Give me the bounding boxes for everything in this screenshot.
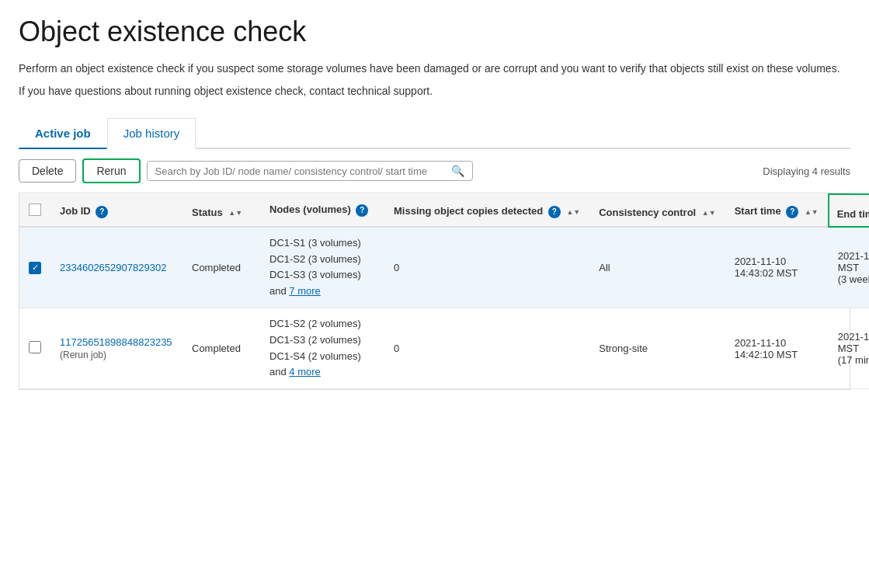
row2-checkbox-cell[interactable]: [19, 308, 50, 388]
col-header-job-id: Job ID ?: [50, 194, 182, 227]
delete-button[interactable]: Delete: [19, 159, 76, 183]
tabs-container: Active job Job history: [19, 118, 850, 149]
start-time-help-icon[interactable]: ?: [786, 206, 798, 218]
row1-checkbox[interactable]: ✓: [29, 262, 41, 274]
row2-start-time: 2021-11-10 14:42:10 MST: [725, 308, 829, 388]
row2-consistency: Strong-site: [589, 308, 725, 388]
tab-active-job[interactable]: Active job: [19, 118, 107, 149]
row1-job-id: 2334602652907829302: [50, 227, 182, 308]
row2-job-id: 11725651898848823235 (Rerun job): [50, 308, 182, 388]
row2-more-link[interactable]: 4 more: [289, 366, 320, 378]
row2-nodes: DC1-S2 (2 volumes)DC1-S3 (2 volumes)DC1-…: [260, 308, 384, 388]
row2-rerun-label: (Rerun job): [60, 350, 173, 360]
missing-sort-icon[interactable]: ▲▼: [566, 208, 580, 216]
table-header-row: Job ID ? Status ▲▼ Nodes (volumes) ? Mis…: [19, 194, 869, 227]
col-header-nodes: Nodes (volumes) ?: [260, 194, 384, 227]
jobs-table: Job ID ? Status ▲▼ Nodes (volumes) ? Mis…: [19, 193, 869, 389]
row2-checkbox[interactable]: [29, 341, 41, 353]
missing-help-icon[interactable]: ?: [548, 206, 561, 218]
row2-status: Completed: [182, 308, 260, 388]
row1-end-time: 2021-11-10 14:43:06 MST (3 weeks ago): [829, 227, 869, 308]
search-icon: 🔍: [451, 165, 464, 177]
nodes-help-icon[interactable]: ?: [356, 204, 368, 217]
row1-status: Completed: [182, 227, 260, 308]
select-all-header[interactable]: [19, 194, 50, 227]
row1-more-link[interactable]: 7 more: [289, 285, 320, 297]
row2-missing: 0: [384, 308, 589, 388]
description-1: Perform an object existence check if you…: [19, 61, 850, 77]
col-header-start-time: Start time ? ▲▼: [725, 194, 829, 227]
table-row: 11725651898848823235 (Rerun job) Complet…: [19, 308, 869, 388]
table-body: ✓ 2334602652907829302 Completed DC1-S1 (…: [19, 227, 869, 389]
row2-end-time: 2021-11-10 14:42:11 MST (17 minutes ago): [829, 308, 869, 388]
row2-job-id-link[interactable]: 11725651898848823235: [60, 336, 172, 348]
row1-nodes: DC1-S1 (3 volumes)DC1-S2 (3 volumes)DC1-…: [260, 227, 384, 308]
result-count: Displaying 4 results: [763, 165, 850, 177]
col-header-end-time: End time ? ▲▼: [829, 194, 869, 227]
description-2: If you have questions about running obje…: [19, 83, 850, 99]
col-header-status: Status ▲▼: [182, 194, 260, 227]
table-wrapper: Job ID ? Status ▲▼ Nodes (volumes) ? Mis…: [19, 193, 850, 390]
tab-job-history[interactable]: Job history: [107, 118, 196, 149]
row1-start-time: 2021-11-10 14:43:02 MST: [725, 227, 829, 308]
row1-missing: 0: [384, 227, 589, 308]
status-sort-icon[interactable]: ▲▼: [228, 209, 242, 217]
consistency-sort-icon[interactable]: ▲▼: [702, 209, 716, 217]
search-input[interactable]: [155, 165, 447, 177]
row1-consistency: All: [589, 227, 725, 308]
job-id-help-icon[interactable]: ?: [96, 206, 108, 218]
search-box: 🔍: [147, 161, 473, 181]
table-row: ✓ 2334602652907829302 Completed DC1-S1 (…: [19, 227, 869, 308]
row1-checkbox-cell[interactable]: ✓: [19, 227, 50, 308]
page-title: Object existence check: [19, 16, 850, 48]
row1-job-id-link[interactable]: 2334602652907829302: [60, 262, 166, 273]
toolbar: Delete Rerun 🔍 Displaying 4 results: [19, 149, 850, 193]
col-header-missing: Missing object copies detected ? ▲▼: [384, 194, 589, 227]
rerun-button[interactable]: Rerun: [82, 158, 140, 183]
col-header-consistency: Consistency control ▲▼: [589, 194, 725, 227]
start-time-sort-icon[interactable]: ▲▼: [805, 208, 819, 216]
select-all-checkbox[interactable]: [29, 204, 41, 216]
